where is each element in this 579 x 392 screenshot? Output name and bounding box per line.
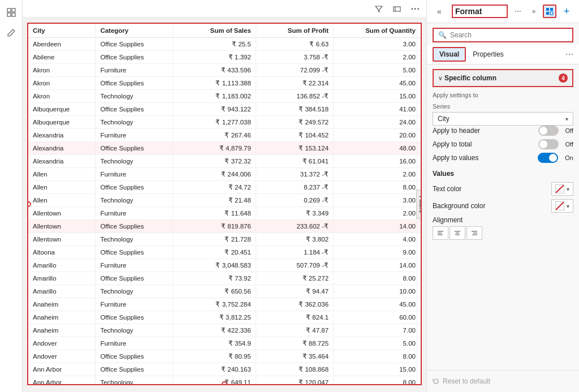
table-cell: ₹ 153.124 [256,142,333,155]
table-row[interactable]: AlbuquerqueOffice Supplies₹ 943.122₹ 384… [28,103,421,116]
section-header[interactable]: ∨ Specific column 4 [433,69,573,87]
table-row[interactable]: AltoonaOffice Supplies₹ 20.4511.184 -₹9.… [28,246,421,259]
table-cell: Allentown [28,220,96,233]
series-dropdown[interactable]: City ▾ [433,112,573,126]
data-icon[interactable] [3,5,19,20]
table-cell: Alexandria [28,155,96,168]
table-cell: Office Supplies [96,77,173,90]
more-panel-icon[interactable]: ⋯ [511,5,525,18]
table-cell: ₹ 433.596 [173,64,256,77]
table-row[interactable]: AbileneOffice Supplies₹ 1.3923.758 -₹2.0… [28,51,421,64]
table-cell: 8.237 -₹ [256,181,333,194]
svg-rect-8 [546,12,549,15]
table-cell: 15.00 [334,363,421,376]
total-toggle-label: Off [565,141,573,148]
more-options-icon[interactable]: ⋯ [408,2,422,16]
table-row[interactable]: AllenOffice Supplies₹ 24.728.237 -₹8.00 [28,181,421,194]
pencil-icon[interactable] [3,25,19,41]
tab-more-icon[interactable]: ⋯ [565,50,573,59]
table-cell: ₹ 24.72 [173,181,256,194]
align-center-btn[interactable] [450,226,465,240]
format-icon[interactable] [543,5,556,18]
table-row[interactable]: AkronOffice Supplies₹ 1,113.388₹ 22.3144… [28,77,421,90]
table-row[interactable]: AmarilloTechnology₹ 650.56₹ 94.4710.00 [28,285,421,298]
align-right-btn[interactable] [466,226,482,240]
values-section-label: Values [433,170,573,178]
align-left-btn[interactable] [433,226,448,240]
specific-column-section: ∨ Specific column 4 Apply settings to Se… [433,69,573,163]
table-cell: Andover [28,350,96,363]
table-row[interactable]: AkronFurniture₹ 433.59672.099 -₹5.00 [28,64,421,77]
table-cell: 136.852 -₹ [256,90,333,103]
search-box[interactable]: 🔍 [433,28,573,42]
text-color-row: Text color ▾ [433,182,573,196]
table-row[interactable]: AndoverOffice Supplies₹ 80.95₹ 35.4648.0… [28,350,421,363]
table-row[interactable]: Ann ArborOffice Supplies₹ 240.163₹ 108.8… [28,363,421,376]
table-cell: 3.758 -₹ [256,51,333,64]
collapse-button[interactable]: « [433,5,446,18]
header-toggle-label: Off [565,127,573,134]
table-cell: Office Supplies [96,103,173,116]
expand-icon[interactable] [390,2,404,16]
table-row[interactable]: AlexandriaOffice Supplies₹ 4,879.79₹ 153… [28,142,421,155]
tab-visual[interactable]: Visual [433,47,466,62]
table-row[interactable]: AmarilloOffice Supplies₹ 73.92₹ 25.2728.… [28,272,421,285]
toggle-knob-2 [539,140,547,148]
table-cell: ₹ 650.56 [173,285,256,298]
tab-properties[interactable]: Properties [467,48,509,61]
table-cell: 507.709 -₹ [256,259,333,272]
table-row[interactable]: AnaheimFurniture₹ 3,752.284₹ 362.03645.0… [28,298,421,311]
table-row[interactable]: AmarilloFurniture₹ 3,048.583507.709 -₹14… [28,259,421,272]
table-row[interactable]: AllentownFurniture₹ 11.648₹ 3.3492.00 [28,207,421,220]
table-row[interactable]: AlexandriaTechnology₹ 372.32₹ 61.04116.0… [28,155,421,168]
table-row[interactable]: AkronTechnology₹ 1,183.002136.852 -₹15.0… [28,90,421,103]
table-row[interactable]: AndoverFurniture₹ 354.9₹ 88.7255.00 [28,337,421,350]
table-cell: Furniture [96,259,173,272]
total-toggle[interactable] [538,139,559,149]
filter-topbar-icon[interactable] [372,2,386,16]
table-cell: Office Supplies [96,38,173,51]
resize-handle-bottom[interactable] [222,381,227,385]
table-wrapper[interactable]: City Category Sum of Sales Sum of Profit… [28,24,421,384]
table-cell: 2.00 [334,207,421,220]
header-toggle[interactable] [538,126,559,136]
apply-values-row: Apply to values On [433,153,573,163]
table-cell: ₹ 943.122 [173,103,256,116]
table-cell: Allen [28,168,96,181]
table-cell: Anaheim [28,298,96,311]
table-row[interactable]: AllenFurniture₹ 244.00631.372 -₹2.00 [28,168,421,181]
apply-settings-label: Apply settings to [433,92,573,98]
table-row[interactable]: AlbuquerqueTechnology₹ 1,277.038₹ 249.57… [28,116,421,129]
table-cell: ₹ 354.9 [173,337,256,350]
table-row[interactable]: AlexandriaFurniture₹ 267.46₹ 104.45220.0… [28,129,421,142]
table-row[interactable]: AllenTechnology₹ 21.480.269 -₹3.00 [28,194,421,207]
table-cell: Allentown [28,207,96,220]
text-color-label: Text color [433,185,551,193]
table-cell: ₹ 20.451 [173,246,256,259]
bg-color-picker[interactable]: ▾ [551,199,573,213]
table-cell: Allentown [28,233,96,246]
table-row[interactable]: AberdeenOffice Supplies₹ 25.5₹ 6.633.00 [28,38,421,51]
table-cell: 20.00 [334,129,421,142]
expand-panel-icon[interactable]: » [527,5,541,18]
table-row[interactable]: AnaheimTechnology₹ 422.336₹ 47.877.00 [28,324,421,337]
values-toggle-label: On [565,154,573,161]
values-toggle[interactable] [538,153,558,163]
table-row[interactable]: AllentownTechnology₹ 21.728₹ 3.8024.00 [28,233,421,246]
table-row[interactable]: AllentownOffice Supplies₹ 819.876233.602… [28,220,421,233]
table-cell: 14.00 [334,220,421,233]
add-button[interactable]: + [560,5,573,18]
table-cell: ₹ 35.464 [256,350,333,363]
table-row[interactable]: AnaheimOffice Supplies₹ 3,812.25₹ 824.16… [28,311,421,324]
right-panel: « Format ⋯ » + 🔍 Visual Properties ⋯ [426,0,579,392]
search-input[interactable] [450,31,568,39]
table-cell: Akron [28,64,96,77]
text-color-picker[interactable]: ▾ [551,182,573,196]
series-value: City [438,115,561,123]
apply-values-label: Apply to values [433,154,533,162]
reset-button[interactable]: Reset to default [433,375,490,387]
table-cell: Technology [96,155,173,168]
filters-tab[interactable]: Filters [416,189,422,219]
table-cell: ₹ 3,048.583 [173,259,256,272]
table-cell: ₹ 819.876 [173,220,256,233]
